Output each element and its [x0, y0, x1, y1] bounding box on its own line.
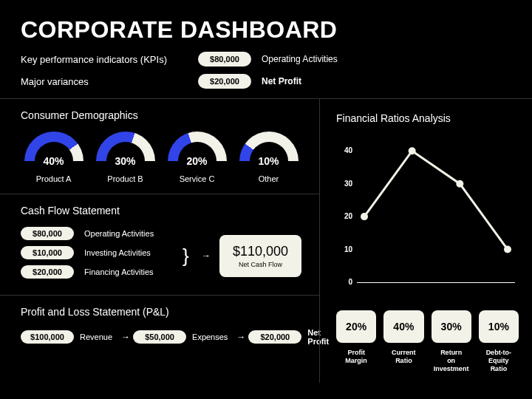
kpi-value-pill: $80,000	[198, 52, 251, 66]
cashflow-rows: $80,000 Operating Activities$10,000 Inve…	[21, 227, 173, 284]
ratio-label: ProfitMargin	[336, 349, 376, 365]
section-title: Profit and Loss Statement (P&L)	[21, 306, 301, 318]
donut-item: 30% Product B	[92, 132, 158, 183]
svg-point-0	[361, 213, 368, 220]
y-tick-label: 40	[336, 146, 352, 154]
demographics-section: Consumer Demographics 40% Product A 30% …	[0, 99, 319, 194]
ratio-item: 20% ProfitMargin	[336, 310, 376, 372]
donut-percent: 30%	[96, 155, 155, 167]
donut-gauge: 40%	[24, 132, 83, 168]
donut-percent: 40%	[24, 155, 83, 167]
cashflow-row: $20,000 Financing Activities	[21, 265, 173, 279]
kpi-desc: Net Profit	[262, 76, 301, 86]
donut-item: 40% Product A	[21, 132, 86, 183]
ratio-boxes: 20% ProfitMargin40% CurrentRatio30% Retu…	[336, 310, 519, 372]
ratio-value: 30%	[432, 310, 471, 343]
y-tick-label: 30	[336, 180, 352, 188]
pl-value-pill: $20,000	[248, 330, 301, 344]
brace-icon: }	[173, 246, 199, 265]
cashflow-total: $110,000 Net Cash Flow	[219, 235, 301, 277]
ratio-label: CurrentRatio	[383, 349, 423, 365]
line-chart: 010203040	[336, 134, 518, 297]
donut-label: Service C	[164, 174, 230, 183]
cashflow-desc: Financing Activities	[84, 267, 154, 276]
cashflow-value-pill: $80,000	[21, 227, 74, 240]
chart-plot	[357, 134, 515, 282]
pl-label: Expenses	[192, 332, 228, 341]
pl-value-pill: $50,000	[133, 330, 186, 344]
section-title: Financial Ratios Analysis	[336, 112, 519, 124]
ratio-label: Returnon Investment	[432, 349, 471, 372]
donut-gauge: 10%	[239, 132, 299, 168]
donut-percent: 10%	[239, 155, 299, 167]
cashflow-total-amount: $110,000	[233, 244, 288, 259]
cashflow-value-pill: $20,000	[21, 265, 74, 279]
pl-label: Revenue	[80, 332, 112, 341]
donut-label: Other	[236, 174, 301, 183]
dashboard-root: CORPORATE DASHBOARD Key performance indi…	[0, 0, 532, 399]
cashflow-desc: Operating Activities	[84, 229, 154, 238]
cashflow-row: $10,000 Investing Activities	[21, 246, 173, 259]
ratio-value: 40%	[383, 310, 423, 343]
cashflow-section: Cash Flow Statement $80,000 Operating Ac…	[0, 194, 319, 295]
pl-section: Profit and Loss Statement (P&L) $100,000…	[0, 296, 319, 356]
kpi-label: Major variances	[21, 76, 198, 87]
chart-x-axis	[357, 282, 515, 283]
left-column: Consumer Demographics 40% Product A 30% …	[0, 99, 319, 383]
kpi-block: Key performance indicators (KPIs) $80,00…	[0, 50, 532, 98]
cashflow-value-pill: $10,000	[21, 246, 74, 259]
donut-percent: 20%	[168, 155, 227, 167]
columns: Consumer Demographics 40% Product A 30% …	[0, 99, 532, 383]
donut-label: Product A	[21, 174, 86, 183]
cashflow-row: $80,000 Operating Activities	[21, 227, 173, 240]
ratio-item: 40% CurrentRatio	[383, 310, 423, 372]
cashflow-total-label: Net Cash Flow	[233, 261, 288, 268]
kpi-row: Major variances $20,000 Net Profit	[21, 72, 511, 91]
arrow-icon: →	[202, 250, 211, 261]
kpi-desc: Operating Activities	[262, 54, 338, 64]
page-title: CORPORATE DASHBOARD	[0, 0, 532, 50]
section-title: Consumer Demographics	[21, 109, 301, 121]
cashflow-desc: Investing Activities	[84, 248, 151, 257]
ratio-item: 10% Debt-to-EquityRatio	[479, 310, 519, 372]
kpi-label: Key performance indicators (KPIs)	[21, 54, 198, 65]
kpi-row: Key performance indicators (KPIs) $80,00…	[21, 50, 511, 69]
pl-value-pill: $100,000	[21, 330, 74, 344]
arrow-icon: →	[236, 332, 245, 342]
y-tick-label: 10	[336, 245, 352, 253]
ratio-value: 20%	[336, 310, 376, 343]
section-title: Cash Flow Statement	[21, 205, 301, 216]
ratio-value: 10%	[479, 310, 519, 343]
arrow-icon: →	[121, 332, 130, 342]
ratios-section: Financial Ratios Analysis 010203040 20% …	[320, 99, 532, 383]
ratio-item: 30% Returnon Investment	[432, 310, 471, 372]
cashflow-body: $80,000 Operating Activities$10,000 Inve…	[21, 227, 301, 284]
donut-item: 10% Other	[236, 132, 301, 183]
kpi-value-pill: $20,000	[198, 74, 251, 89]
svg-point-1	[409, 147, 416, 154]
donut-item: 20% Service C	[164, 132, 230, 183]
y-axis-ticks: 010203040	[336, 134, 352, 282]
line-chart-svg	[357, 134, 515, 282]
donut-gauge: 20%	[168, 132, 227, 168]
svg-point-3	[504, 246, 511, 253]
ratio-label: Debt-to-EquityRatio	[479, 349, 519, 372]
right-column: Financial Ratios Analysis 010203040 20% …	[319, 99, 532, 383]
y-tick-label: 20	[336, 212, 352, 220]
donut-label: Product B	[92, 174, 158, 183]
donut-gauge: 30%	[96, 132, 155, 168]
pl-row: $100,000Revenue→$50,000Expenses→$20,000N…	[21, 328, 301, 346]
y-tick-label: 0	[336, 278, 352, 286]
donut-row: 40% Product A 30% Product B 20% Service …	[21, 132, 301, 183]
svg-point-2	[456, 180, 463, 188]
